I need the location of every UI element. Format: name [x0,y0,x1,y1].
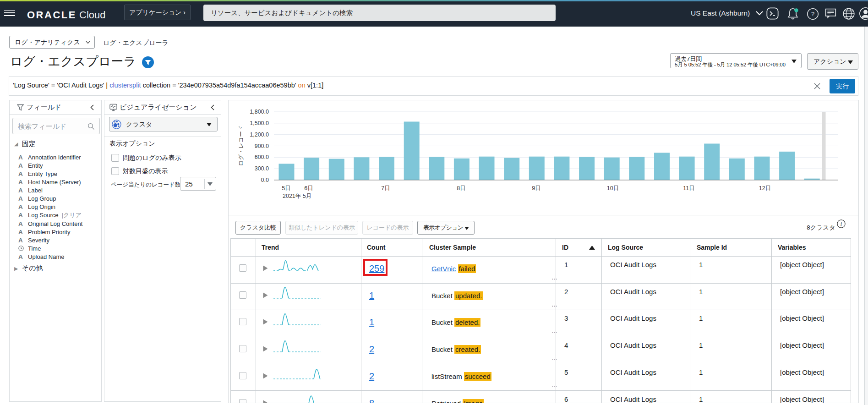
svg-text:12日: 12日 [759,185,771,192]
svg-text:ログ・レコード: ログ・レコード [238,126,244,166]
svg-text:9日: 9日 [532,185,540,192]
svg-text:2021年 5月: 2021年 5月 [283,193,311,199]
svg-text:10日: 10日 [607,185,619,192]
svg-text:1,200.0: 1,200.0 [250,131,269,138]
svg-text:6日: 6日 [304,185,313,192]
svg-text:7日: 7日 [381,185,390,192]
svg-text:0.0: 0.0 [261,177,269,183]
svg-text:900.0: 900.0 [255,143,269,149]
svg-text:11日: 11日 [683,185,694,192]
svg-text:?: ? [811,11,815,17]
svg-text:300.0: 300.0 [255,165,269,172]
svg-text:1,800.0: 1,800.0 [250,109,269,115]
svg-text:5日: 5日 [282,185,290,192]
svg-text:600.0: 600.0 [255,154,269,160]
svg-text:8日: 8日 [457,185,465,192]
svg-text:1,500.0: 1,500.0 [250,120,269,126]
svg-text:i: i [841,221,842,227]
